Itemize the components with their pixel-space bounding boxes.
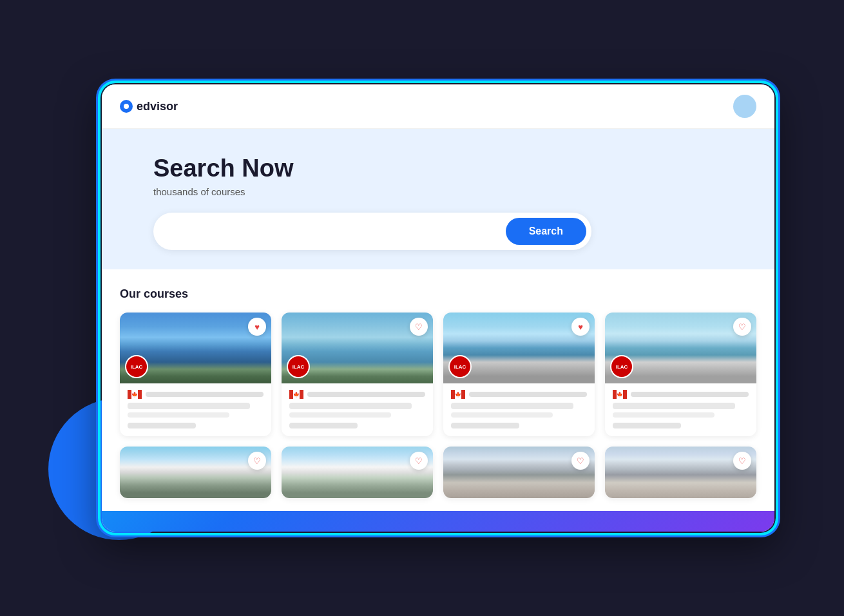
device-frame: edvisor Search Now thousands of courses … — [100, 82, 776, 534]
courses-grid-row1: ♥ ILAC 🍁 — [120, 313, 756, 436]
hero-section: Search Now thousands of courses Search — [102, 129, 774, 269]
hero-title: Search Now — [153, 155, 723, 182]
courses-section: Our courses ♥ ILAC — [102, 269, 774, 511]
heart-icon-6: ♡ — [415, 456, 423, 466]
card-body-4: 🍁 — [605, 383, 756, 436]
section-title: Our courses — [120, 287, 756, 301]
heart-icon-5: ♡ — [253, 456, 261, 466]
flag-row-1: 🍁 — [128, 390, 264, 399]
country-text-1 — [146, 392, 264, 397]
hero-subtitle: thousands of courses — [153, 186, 723, 197]
course-detail-bar-3 — [451, 412, 553, 418]
card-body-2: 🍁 — [282, 383, 433, 436]
card-thumbnail-7 — [443, 447, 595, 498]
card-image-4: ♡ ILAC — [605, 313, 756, 383]
course-card-1[interactable]: ♥ ILAC 🍁 — [120, 313, 271, 436]
school-badge-2: ILAC — [287, 355, 310, 378]
course-card-5[interactable]: ♡ — [120, 447, 271, 498]
price-bar-2 — [289, 423, 358, 428]
flag-row-3: 🍁 — [451, 390, 587, 399]
country-text-2 — [307, 392, 425, 397]
school-badge-4: ILAC — [610, 355, 633, 378]
card-image-7: ♡ — [443, 447, 595, 498]
card-image-5: ♡ — [120, 447, 271, 498]
courses-grid-row2: ♡ ♡ — [120, 447, 756, 498]
course-detail-bar-4 — [613, 412, 715, 418]
card-image-6: ♡ — [282, 447, 433, 498]
heart-icon-1: ♥ — [254, 322, 260, 332]
price-bar-1 — [128, 423, 196, 428]
heart-icon-2: ♡ — [415, 322, 423, 332]
canada-flag-3: 🍁 — [451, 390, 465, 399]
favorite-button-3[interactable]: ♥ — [571, 318, 590, 336]
flag-row-2: 🍁 — [289, 390, 425, 399]
card-image-1: ♥ ILAC — [120, 313, 271, 383]
price-bar-4 — [613, 423, 681, 428]
favorite-button-2[interactable]: ♡ — [410, 318, 428, 336]
card-thumbnail-5 — [120, 447, 271, 498]
favorite-button-8[interactable]: ♡ — [733, 452, 751, 470]
favorite-button-7[interactable]: ♡ — [571, 452, 590, 470]
canada-flag-1: 🍁 — [128, 390, 142, 399]
logo: edvisor — [120, 100, 178, 113]
heart-icon-7: ♡ — [577, 456, 584, 466]
school-badge-3: ILAC — [448, 355, 472, 378]
course-detail-bar-1 — [128, 412, 229, 418]
course-name-bar-2 — [289, 403, 412, 409]
card-thumbnail-8 — [605, 447, 756, 498]
favorite-button-5[interactable]: ♡ — [248, 452, 266, 470]
card-body-1: 🍁 — [120, 383, 271, 436]
course-detail-bar-2 — [289, 412, 391, 418]
favorite-button-1[interactable]: ♥ — [248, 318, 266, 336]
card-thumbnail-6 — [282, 447, 433, 498]
header: edvisor — [102, 84, 774, 129]
course-card-3[interactable]: ♥ ILAC 🍁 — [443, 313, 595, 436]
heart-icon-8: ♡ — [738, 456, 746, 466]
heart-icon-3: ♥ — [578, 322, 583, 332]
card-image-3: ♥ ILAC — [443, 313, 595, 383]
course-card-7[interactable]: ♡ — [443, 447, 595, 498]
course-card-6[interactable]: ♡ — [282, 447, 433, 498]
country-text-3 — [469, 392, 587, 397]
course-name-bar-3 — [451, 403, 573, 409]
search-bar: Search — [153, 213, 591, 250]
favorite-button-6[interactable]: ♡ — [410, 452, 428, 470]
price-bar-3 — [451, 423, 519, 428]
favorite-button-4[interactable]: ♡ — [733, 318, 751, 336]
course-card-4[interactable]: ♡ ILAC 🍁 — [605, 313, 756, 436]
country-text-4 — [631, 392, 749, 397]
course-card-8[interactable]: ♡ — [605, 447, 756, 498]
course-name-bar-1 — [128, 403, 250, 409]
scene: edvisor Search Now thousands of courses … — [68, 63, 776, 553]
course-name-bar-4 — [613, 403, 735, 409]
search-input[interactable] — [169, 226, 506, 237]
flag-row-4: 🍁 — [613, 390, 749, 399]
course-card-2[interactable]: ♡ ILAC 🍁 — [282, 313, 433, 436]
heart-icon-4: ♡ — [738, 322, 746, 332]
logo-text: edvisor — [137, 100, 178, 113]
canada-flag-4: 🍁 — [613, 390, 627, 399]
card-image-2: ♡ ILAC — [282, 313, 433, 383]
school-badge-1: ILAC — [125, 355, 148, 378]
card-image-8: ♡ — [605, 447, 756, 498]
avatar-button[interactable] — [733, 95, 756, 118]
search-button[interactable]: Search — [506, 218, 586, 245]
canada-flag-2: 🍁 — [289, 390, 303, 399]
logo-icon — [120, 100, 133, 113]
card-body-3: 🍁 — [443, 383, 595, 436]
